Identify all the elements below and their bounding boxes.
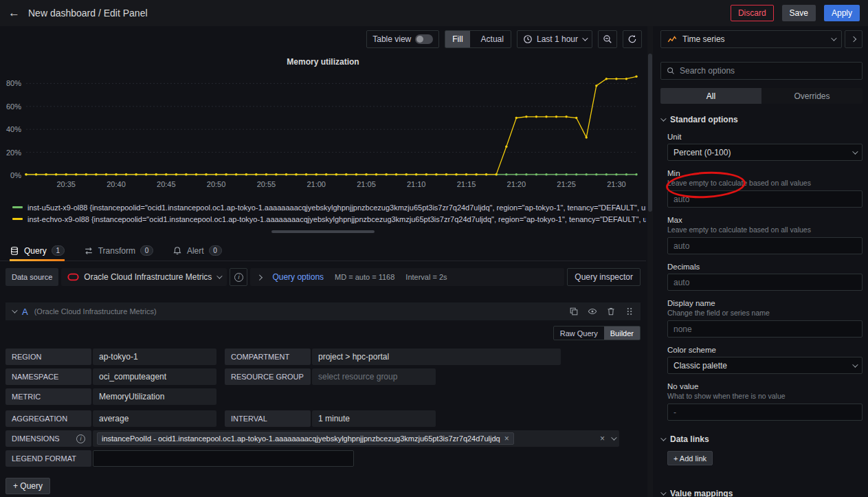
scrollbar-thumb[interactable]	[648, 54, 652, 212]
add-link-button[interactable]: + Add link	[667, 451, 713, 465]
compartment-value[interactable]: project > hpc-portal	[312, 349, 561, 365]
display-name-input[interactable]	[667, 320, 863, 338]
table-view-control[interactable]: Table view	[366, 30, 439, 48]
color-scheme-value: Classic palette	[674, 361, 727, 371]
legend-item[interactable]: inst-echvo-x9-ol88 {instancepoolid="ocid…	[12, 213, 646, 225]
apply-button[interactable]: Apply	[824, 5, 860, 21]
data-links-header[interactable]: Data links	[660, 434, 863, 444]
legend-format-input[interactable]	[93, 450, 354, 467]
zoom-out-icon	[603, 34, 612, 44]
raw-query-option[interactable]: Raw Query	[554, 327, 604, 340]
svg-text:20:50: 20:50	[207, 180, 226, 188]
color-scheme-select[interactable]: Classic palette	[667, 357, 863, 374]
search-icon	[667, 67, 675, 75]
svg-text:40%: 40%	[6, 125, 21, 133]
tab-overrides[interactable]: Overrides	[761, 88, 863, 104]
decimals-input[interactable]	[667, 274, 863, 291]
collapse-chevron-icon[interactable]	[12, 307, 17, 313]
top-bar: ← New dashboard / Edit Panel Discard Sav…	[0, 0, 868, 26]
dimensions-controls: ×	[600, 434, 615, 443]
query-inspector-button[interactable]: Query inspector	[567, 268, 641, 286]
refresh-button[interactable]	[623, 30, 642, 48]
builder-option[interactable]: Builder	[604, 327, 640, 340]
namespace-value[interactable]: oci_computeagent	[93, 368, 216, 385]
svg-text:21:10: 21:10	[407, 180, 426, 188]
save-button[interactable]: Save	[782, 5, 816, 21]
fill-actual-segment: Fill Actual	[445, 30, 511, 48]
region-value[interactable]: ap-tokyo-1	[93, 349, 216, 365]
panel-resize-handle[interactable]	[271, 230, 375, 233]
max-hint: Leave empty to calculate based on all va…	[667, 225, 863, 234]
duplicate-icon[interactable]	[569, 307, 579, 316]
max-input[interactable]	[667, 237, 863, 254]
query-options-bar[interactable]: Query options MD = auto = 1168 Interval …	[250, 268, 564, 286]
clear-dimensions-icon[interactable]: ×	[600, 434, 605, 443]
main-column: Table view Fill Actual Last 1 hour	[0, 26, 646, 497]
unit-value: Percent (0-100)	[674, 148, 731, 157]
back-arrow-icon[interactable]: ←	[8, 6, 20, 20]
no-value-input[interactable]	[667, 404, 863, 421]
tab-query[interactable]: Query 1	[10, 241, 65, 261]
query-options-link[interactable]: Query options	[272, 272, 324, 282]
drag-handle-icon[interactable]	[625, 307, 634, 316]
chevron-right-icon	[851, 36, 856, 42]
min-input[interactable]	[667, 190, 863, 208]
chevron-down-icon[interactable]	[611, 434, 616, 440]
datasource-picker[interactable]: Oracle Cloud Infrastructure Metrics	[61, 268, 227, 286]
unit-select[interactable]: Percent (0-100)	[667, 144, 863, 161]
form-row: DIMENSIONS i instancePoolId - ocid1.inst…	[5, 430, 641, 447]
alert-count-badge: 0	[209, 245, 222, 256]
table-view-toggle[interactable]	[415, 34, 433, 44]
form-row: AGGREGATION average INTERVAL 1 minute	[5, 410, 641, 427]
info-icon[interactable]: i	[76, 434, 85, 443]
max-label: Max	[667, 216, 863, 224]
editor-mode-segment: Raw Query Builder	[553, 326, 641, 340]
datasource-name: Oracle Cloud Infrastructure Metrics	[84, 272, 212, 282]
options-tabs: All Overrides	[660, 88, 863, 104]
svg-text:0%: 0%	[10, 171, 21, 179]
resource-group-value[interactable]: select resource group	[312, 368, 436, 385]
eye-icon[interactable]	[588, 307, 597, 316]
panel-toolbar: Table view Fill Actual Last 1 hour	[366, 30, 642, 48]
dimension-chip-text: instancePoolId - ocid1.instancepool.oc1.…	[102, 434, 500, 443]
region-label: REGION	[5, 349, 91, 365]
legend-item[interactable]: inst-u5uzt-x9-ol88 {instancepoolid="ocid…	[12, 201, 646, 213]
standard-options-header[interactable]: Standard options	[660, 115, 863, 124]
memory-utilization-chart[interactable]: 0%20%40%60%80%20:3520:4020:4520:5020:552…	[0, 69, 646, 198]
visualization-picker[interactable]: Time series	[660, 30, 842, 48]
discard-button[interactable]: Discard	[731, 5, 774, 21]
namespace-label: NAMESPACE	[5, 368, 91, 385]
fill-option[interactable]: Fill	[445, 31, 469, 47]
zoom-out-button[interactable]	[598, 30, 617, 48]
query-builder-form: REGION ap-tokyo-1 COMPARTMENT project > …	[5, 349, 641, 467]
chevron-down-icon	[831, 35, 836, 41]
table-view-label: Table view	[372, 34, 411, 44]
value-mappings-header[interactable]: Value mappings	[660, 489, 863, 497]
collapse-options-button[interactable]	[845, 30, 863, 48]
svg-text:21:00: 21:00	[307, 180, 326, 188]
add-query-button[interactable]: + Query	[5, 478, 50, 494]
tab-alert[interactable]: Alert 0	[173, 241, 222, 261]
no-value-label: No value	[667, 382, 863, 390]
tab-all[interactable]: All	[660, 88, 761, 104]
tab-transform[interactable]: Transform 0	[84, 241, 153, 261]
max-data-points-info: MD = auto = 1168	[335, 273, 394, 281]
dimensions-value[interactable]: instancePoolId - ocid1.instancepool.oc1.…	[93, 430, 619, 447]
actual-option[interactable]: Actual	[474, 31, 511, 47]
svg-text:20:35: 20:35	[56, 180, 76, 188]
aggregation-value[interactable]: average	[93, 410, 216, 427]
metric-value[interactable]: MemoryUtilization	[93, 388, 216, 405]
options-search-input[interactable]	[680, 66, 856, 76]
svg-text:20%: 20%	[6, 148, 21, 157]
clock-icon	[523, 34, 533, 44]
time-range-picker[interactable]: Last 1 hour	[517, 30, 592, 48]
query-row-header[interactable]: A (Oracle Cloud Infrastructure Metrics)	[5, 302, 641, 320]
chevron-down-icon	[852, 362, 858, 367]
decimals-label: Decimals	[667, 263, 863, 271]
remove-dimension-icon[interactable]: ×	[504, 434, 509, 443]
interval-value[interactable]: 1 minute	[312, 410, 436, 427]
transform-count-badge: 0	[140, 245, 153, 256]
options-search[interactable]	[660, 62, 863, 80]
trash-icon[interactable]	[606, 307, 616, 316]
datasource-info-button[interactable]: i	[230, 268, 247, 286]
